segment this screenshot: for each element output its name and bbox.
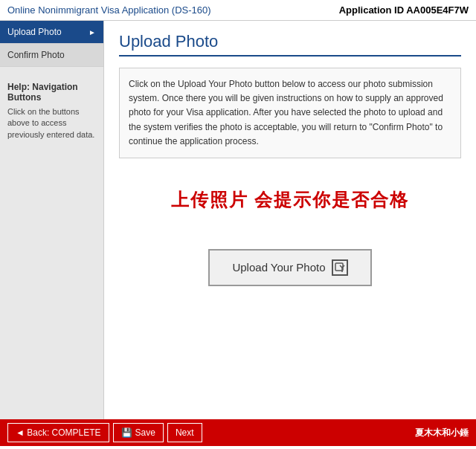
upload-photo-button[interactable]: Upload Your Photo xyxy=(208,249,371,286)
sidebar-upload-photo-label: Upload Photo xyxy=(7,27,62,37)
upload-icon xyxy=(332,259,348,276)
header-appid: Application ID AA005E4F7W xyxy=(339,4,469,16)
header-title: Online Nonimmigrant Visa Application (DS… xyxy=(7,4,211,16)
upload-button-label: Upload Your Photo xyxy=(232,261,325,274)
back-button-label: ◄ Back: COMPLETE xyxy=(16,427,101,438)
bottom-right-text: 夏木木和小錘 xyxy=(415,427,469,439)
bottom-bar: ◄ Back: COMPLETE 💾 Save Next 夏木木和小錘 xyxy=(0,419,476,446)
sidebar-item-upload-photo[interactable]: Upload Photo ► xyxy=(0,21,103,44)
sidebar-item-confirm-photo[interactable]: Confirm Photo xyxy=(0,44,103,67)
save-button[interactable]: 💾 Save xyxy=(113,423,164,442)
description-text: Click on the Upload Your Photo button be… xyxy=(119,68,461,158)
sidebar-confirm-photo-label: Confirm Photo xyxy=(7,50,65,60)
page-header: Online Nonimmigrant Visa Application (DS… xyxy=(0,0,476,21)
page-title: Upload Photo xyxy=(119,32,461,56)
upload-button-container: Upload Your Photo xyxy=(119,249,461,286)
next-button[interactable]: Next xyxy=(167,423,202,442)
sidebar-help: Help: Navigation Buttons Click on the bu… xyxy=(0,74,103,148)
help-title: Help: Navigation Buttons xyxy=(7,82,96,103)
back-button[interactable]: ◄ Back: COMPLETE xyxy=(7,423,109,442)
appid-label: Application ID xyxy=(339,4,407,16)
help-text: Click on the buttons above to access pre… xyxy=(7,106,96,140)
next-button-label: Next xyxy=(176,427,194,438)
chinese-annotation: 上传照片 会提示你是否合格 xyxy=(119,188,461,212)
appid-value: AA005E4F7W xyxy=(406,4,469,16)
main-layout: Upload Photo ► Confirm Photo Help: Navig… xyxy=(0,21,476,419)
save-button-label: Save xyxy=(135,427,155,438)
sidebar-arrow-icon: ► xyxy=(89,28,96,36)
content-area: Upload Photo Click on the Upload Your Ph… xyxy=(104,21,476,419)
sidebar: Upload Photo ► Confirm Photo Help: Navig… xyxy=(0,21,104,419)
floppy-icon: 💾 xyxy=(121,427,132,438)
